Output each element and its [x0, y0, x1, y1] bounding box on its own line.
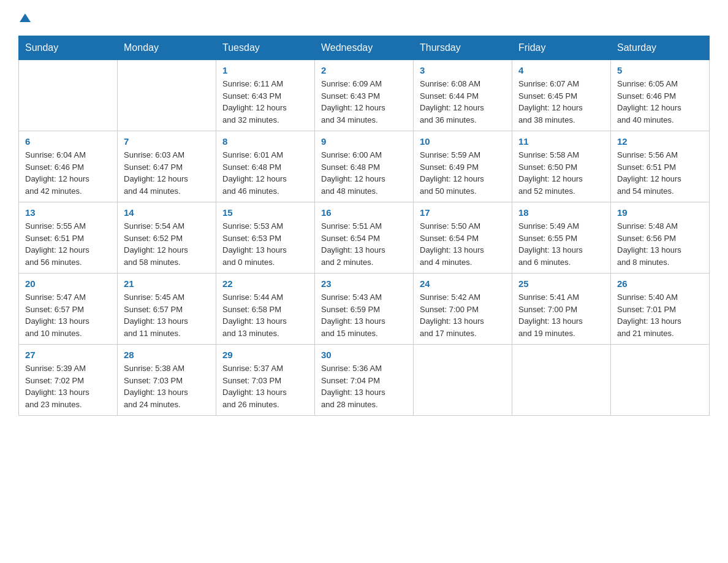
day-info: Sunrise: 5:37 AM Sunset: 7:03 PM Dayligh…	[222, 362, 308, 410]
day-info: Sunrise: 6:00 AM Sunset: 6:48 PM Dayligh…	[321, 149, 407, 197]
calendar-cell: 9Sunrise: 6:00 AM Sunset: 6:48 PM Daylig…	[315, 131, 414, 202]
header-saturday: Saturday	[611, 36, 710, 60]
day-number: 2	[321, 65, 407, 75]
calendar-cell: 13Sunrise: 5:55 AM Sunset: 6:51 PM Dayli…	[19, 202, 118, 274]
day-info: Sunrise: 5:45 AM Sunset: 6:57 PM Dayligh…	[124, 291, 210, 339]
day-info: Sunrise: 6:11 AM Sunset: 6:43 PM Dayligh…	[222, 78, 308, 126]
calendar-cell: 24Sunrise: 5:42 AM Sunset: 7:00 PM Dayli…	[414, 274, 512, 345]
calendar-cell: 27Sunrise: 5:39 AM Sunset: 7:02 PM Dayli…	[19, 345, 118, 416]
day-number: 3	[420, 65, 506, 75]
day-info: Sunrise: 5:58 AM Sunset: 6:50 PM Dayligh…	[518, 149, 604, 197]
calendar-cell: 10Sunrise: 5:59 AM Sunset: 6:49 PM Dayli…	[414, 131, 512, 202]
day-number: 13	[25, 207, 111, 218]
day-number: 20	[25, 278, 111, 289]
day-info: Sunrise: 5:48 AM Sunset: 6:56 PM Dayligh…	[617, 220, 703, 268]
svg-marker-0	[20, 13, 31, 22]
day-info: Sunrise: 5:54 AM Sunset: 6:52 PM Dayligh…	[124, 220, 210, 268]
calendar-cell: 17Sunrise: 5:50 AM Sunset: 6:54 PM Dayli…	[414, 202, 512, 274]
calendar-cell	[414, 345, 512, 416]
day-info: Sunrise: 6:07 AM Sunset: 6:45 PM Dayligh…	[518, 78, 604, 126]
header-thursday: Thursday	[414, 36, 512, 60]
day-info: Sunrise: 6:03 AM Sunset: 6:47 PM Dayligh…	[124, 149, 210, 197]
day-info: Sunrise: 5:38 AM Sunset: 7:03 PM Dayligh…	[124, 362, 210, 410]
week-row-2: 6Sunrise: 6:04 AM Sunset: 6:46 PM Daylig…	[19, 131, 710, 202]
calendar-cell: 28Sunrise: 5:38 AM Sunset: 7:03 PM Dayli…	[118, 345, 216, 416]
calendar-cell: 20Sunrise: 5:47 AM Sunset: 6:57 PM Dayli…	[19, 274, 118, 345]
day-info: Sunrise: 5:43 AM Sunset: 6:59 PM Dayligh…	[321, 291, 407, 339]
day-number: 12	[617, 136, 703, 147]
day-number: 4	[518, 65, 604, 75]
day-info: Sunrise: 5:42 AM Sunset: 7:00 PM Dayligh…	[420, 291, 506, 339]
day-info: Sunrise: 5:50 AM Sunset: 6:54 PM Dayligh…	[420, 220, 506, 268]
calendar-cell: 12Sunrise: 5:56 AM Sunset: 6:51 PM Dayli…	[611, 131, 710, 202]
calendar-cell: 18Sunrise: 5:49 AM Sunset: 6:55 PM Dayli…	[512, 202, 611, 274]
day-number: 23	[321, 278, 407, 289]
week-row-1: 1Sunrise: 6:11 AM Sunset: 6:43 PM Daylig…	[19, 60, 710, 131]
calendar-header: Sunday Monday Tuesday Wednesday Thursday…	[19, 36, 710, 60]
day-info: Sunrise: 6:09 AM Sunset: 6:43 PM Dayligh…	[321, 78, 407, 126]
header-monday: Monday	[118, 36, 216, 60]
calendar-cell	[118, 60, 216, 131]
calendar-cell: 4Sunrise: 6:07 AM Sunset: 6:45 PM Daylig…	[512, 60, 611, 131]
calendar-cell: 29Sunrise: 5:37 AM Sunset: 7:03 PM Dayli…	[216, 345, 315, 416]
week-row-4: 20Sunrise: 5:47 AM Sunset: 6:57 PM Dayli…	[19, 274, 710, 345]
day-number: 29	[222, 350, 308, 360]
calendar-cell: 1Sunrise: 6:11 AM Sunset: 6:43 PM Daylig…	[216, 60, 315, 131]
day-number: 19	[617, 207, 703, 218]
day-info: Sunrise: 5:40 AM Sunset: 7:01 PM Dayligh…	[617, 291, 703, 339]
calendar-cell: 6Sunrise: 6:04 AM Sunset: 6:46 PM Daylig…	[19, 131, 118, 202]
day-info: Sunrise: 5:44 AM Sunset: 6:58 PM Dayligh…	[222, 291, 308, 339]
page-header	[18, 12, 710, 25]
calendar-cell: 30Sunrise: 5:36 AM Sunset: 7:04 PM Dayli…	[315, 345, 414, 416]
calendar-body: 1Sunrise: 6:11 AM Sunset: 6:43 PM Daylig…	[19, 60, 710, 416]
logo	[18, 12, 31, 25]
calendar-cell: 5Sunrise: 6:05 AM Sunset: 6:46 PM Daylig…	[611, 60, 710, 131]
day-info: Sunrise: 5:53 AM Sunset: 6:53 PM Dayligh…	[222, 220, 308, 268]
day-number: 27	[25, 350, 111, 360]
calendar-cell: 22Sunrise: 5:44 AM Sunset: 6:58 PM Dayli…	[216, 274, 315, 345]
calendar-cell	[512, 345, 611, 416]
day-number: 8	[222, 136, 308, 147]
day-number: 25	[518, 278, 604, 289]
day-number: 24	[420, 278, 506, 289]
day-number: 9	[321, 136, 407, 147]
day-number: 6	[25, 136, 111, 147]
calendar-cell: 8Sunrise: 6:01 AM Sunset: 6:48 PM Daylig…	[216, 131, 315, 202]
day-info: Sunrise: 5:49 AM Sunset: 6:55 PM Dayligh…	[518, 220, 604, 268]
day-info: Sunrise: 5:47 AM Sunset: 6:57 PM Dayligh…	[25, 291, 111, 339]
header-sunday: Sunday	[19, 36, 118, 60]
calendar-cell: 14Sunrise: 5:54 AM Sunset: 6:52 PM Dayli…	[118, 202, 216, 274]
day-number: 7	[124, 136, 210, 147]
calendar-cell: 7Sunrise: 6:03 AM Sunset: 6:47 PM Daylig…	[118, 131, 216, 202]
calendar-cell: 26Sunrise: 5:40 AM Sunset: 7:01 PM Dayli…	[611, 274, 710, 345]
calendar-cell	[611, 345, 710, 416]
day-number: 18	[518, 207, 604, 218]
calendar-cell: 19Sunrise: 5:48 AM Sunset: 6:56 PM Dayli…	[611, 202, 710, 274]
calendar-cell: 16Sunrise: 5:51 AM Sunset: 6:54 PM Dayli…	[315, 202, 414, 274]
day-info: Sunrise: 5:55 AM Sunset: 6:51 PM Dayligh…	[25, 220, 111, 268]
day-number: 14	[124, 207, 210, 218]
calendar-cell: 21Sunrise: 5:45 AM Sunset: 6:57 PM Dayli…	[118, 274, 216, 345]
logo-triangle-icon	[20, 12, 31, 23]
day-number: 21	[124, 278, 210, 289]
day-number: 11	[518, 136, 604, 147]
day-info: Sunrise: 5:36 AM Sunset: 7:04 PM Dayligh…	[321, 362, 407, 410]
calendar-cell: 3Sunrise: 6:08 AM Sunset: 6:44 PM Daylig…	[414, 60, 512, 131]
calendar-cell: 15Sunrise: 5:53 AM Sunset: 6:53 PM Dayli…	[216, 202, 315, 274]
header-wednesday: Wednesday	[315, 36, 414, 60]
day-number: 30	[321, 350, 407, 360]
day-number: 10	[420, 136, 506, 147]
day-info: Sunrise: 6:04 AM Sunset: 6:46 PM Dayligh…	[25, 149, 111, 197]
day-info: Sunrise: 5:39 AM Sunset: 7:02 PM Dayligh…	[25, 362, 111, 410]
day-number: 1	[222, 65, 308, 75]
day-number: 28	[124, 350, 210, 360]
logo-text	[18, 12, 31, 23]
calendar-table: Sunday Monday Tuesday Wednesday Thursday…	[18, 36, 710, 416]
calendar-cell: 11Sunrise: 5:58 AM Sunset: 6:50 PM Dayli…	[512, 131, 611, 202]
week-row-5: 27Sunrise: 5:39 AM Sunset: 7:02 PM Dayli…	[19, 345, 710, 416]
day-info: Sunrise: 6:05 AM Sunset: 6:46 PM Dayligh…	[617, 78, 703, 126]
day-info: Sunrise: 5:51 AM Sunset: 6:54 PM Dayligh…	[321, 220, 407, 268]
week-row-3: 13Sunrise: 5:55 AM Sunset: 6:51 PM Dayli…	[19, 202, 710, 274]
day-info: Sunrise: 5:41 AM Sunset: 7:00 PM Dayligh…	[518, 291, 604, 339]
day-number: 22	[222, 278, 308, 289]
